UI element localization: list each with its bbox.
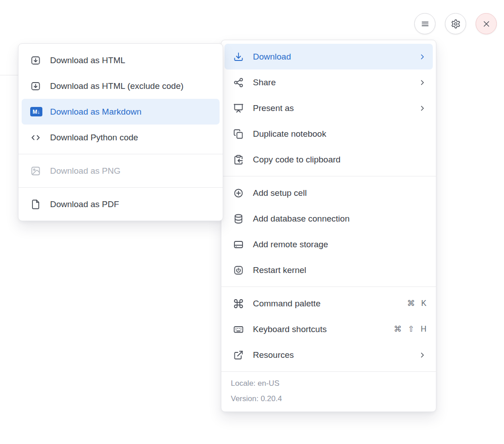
code-brackets-icon	[30, 132, 42, 143]
settings-button[interactable]	[445, 13, 466, 34]
menu-item-label: Copy code to clipboard	[253, 155, 340, 165]
menu-item-label: Download as HTML (exclude code)	[50, 81, 183, 91]
power-icon	[233, 265, 245, 276]
chevron-right-icon	[418, 53, 426, 61]
submenu-item-download-as-markdown[interactable]: M↓ Download as Markdown	[22, 99, 220, 125]
locale-text: Locale: en-US	[231, 376, 426, 391]
menu-item-label: Resources	[253, 350, 294, 360]
menu-item-download[interactable]: Download	[225, 44, 433, 69]
file-icon	[30, 199, 42, 210]
download-icon	[233, 51, 245, 62]
menu-item-label: Add database connection	[253, 214, 349, 224]
notebook-toolbar	[414, 13, 497, 34]
menu-item-label: Duplicate notebook	[253, 129, 326, 139]
copy-icon	[233, 129, 245, 139]
circle-plus-icon	[233, 188, 245, 199]
image-icon	[30, 166, 42, 176]
close-button[interactable]	[476, 13, 497, 34]
markdown-badge: M↓	[30, 107, 42, 116]
share-icon	[233, 77, 245, 88]
menu-item-resources[interactable]: Resources	[225, 342, 433, 368]
menu-item-label: Download	[253, 52, 291, 62]
clipboard-copy-icon	[233, 154, 245, 165]
shortcut-hint: ⌘ ⇧ H	[394, 324, 426, 334]
gear-icon	[451, 18, 461, 29]
notebook-actions-menu: Download Share Present as	[221, 40, 436, 412]
presentation-icon	[233, 103, 245, 114]
menu-item-add-remote-storage[interactable]: Add remote storage	[225, 231, 433, 257]
submenu-item-download-python-code[interactable]: Download Python code	[22, 125, 220, 150]
submenu-group-pdf: Download as PDF	[18, 187, 223, 221]
submenu-item-download-as-html-exclude-code[interactable]: Download as HTML (exclude code)	[22, 73, 220, 99]
markdown-icon: M↓	[30, 106, 42, 117]
menu-item-label: Present as	[253, 103, 294, 113]
menu-item-label: Add remote storage	[253, 240, 328, 250]
database-icon	[233, 213, 245, 224]
submenu-item-download-as-pdf[interactable]: Download as PDF	[22, 191, 220, 217]
version-text: Version: 0.20.4	[231, 391, 426, 407]
hard-drive-icon	[233, 239, 245, 250]
menu-item-keyboard-shortcuts[interactable]: Keyboard shortcuts ⌘ ⇧ H	[225, 316, 433, 342]
close-icon	[482, 18, 490, 29]
menu-item-present-as[interactable]: Present as	[225, 95, 433, 121]
menu-item-duplicate-notebook[interactable]: Duplicate notebook	[225, 121, 433, 147]
menu-item-label: Download as Markdown	[50, 107, 142, 117]
chevron-right-icon	[418, 79, 426, 87]
menu-item-label: Add setup cell	[253, 188, 307, 198]
menu-item-add-database-connection[interactable]: Add database connection	[225, 206, 433, 231]
keyboard-icon	[233, 324, 245, 335]
external-link-icon	[233, 350, 245, 361]
menu-item-share[interactable]: Share	[225, 69, 433, 95]
download-submenu: Download as HTML Download as HTML (exclu…	[18, 43, 223, 221]
menu-item-label: Download Python code	[50, 133, 138, 143]
command-icon	[233, 298, 245, 309]
menu-item-label: Keyboard shortcuts	[253, 324, 327, 334]
menu-button[interactable]	[414, 13, 435, 34]
submenu-group-formats: Download as HTML Download as HTML (exclu…	[18, 44, 223, 154]
box-arrow-down-icon	[30, 81, 42, 92]
chevron-right-icon	[418, 104, 426, 112]
shortcut-hint: ⌘ K	[407, 299, 426, 308]
menu-group-help: Command palette ⌘ K Keyboard shortcuts ⌘…	[221, 287, 436, 371]
menu-item-label: Share	[253, 78, 276, 88]
menu-item-command-palette[interactable]: Command palette ⌘ K	[225, 291, 433, 316]
menu-item-label: Download as PNG	[50, 166, 120, 176]
submenu-item-download-as-png: Download as PNG	[22, 158, 220, 184]
menu-footer: Locale: en-US Version: 0.20.4	[221, 371, 436, 412]
menu-item-add-setup-cell[interactable]: Add setup cell	[225, 180, 433, 206]
menu-item-restart-kernel[interactable]: Restart kernel	[225, 257, 433, 283]
menu-group-actions: Download Share Present as	[221, 40, 436, 176]
menu-item-label: Restart kernel	[253, 265, 306, 275]
submenu-group-png: Download as PNG	[18, 154, 223, 187]
submenu-item-download-as-html[interactable]: Download as HTML	[22, 47, 220, 73]
box-arrow-down-icon	[30, 55, 42, 66]
menu-item-copy-code[interactable]: Copy code to clipboard	[225, 147, 433, 172]
hamburger-icon	[421, 18, 430, 29]
menu-item-label: Download as HTML	[50, 56, 125, 65]
page-edge-line	[0, 75, 18, 75]
menu-group-kernel: Add setup cell Add database connection A…	[221, 176, 436, 287]
chevron-right-icon	[418, 351, 426, 359]
menu-item-label: Command palette	[253, 299, 321, 309]
menu-item-label: Download as PDF	[50, 199, 119, 209]
